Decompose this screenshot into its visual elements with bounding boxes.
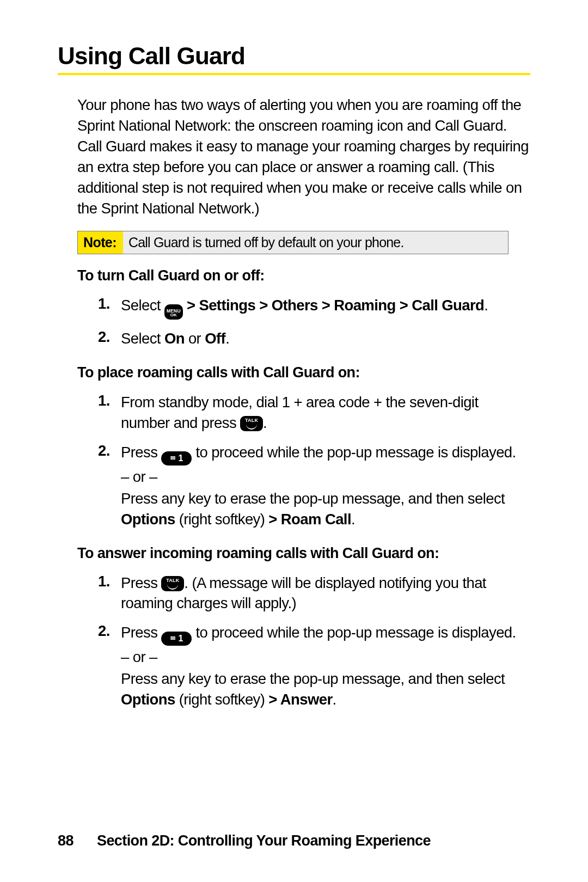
menu-path: > Settings > Others > Roaming > Call Gua… (183, 297, 484, 314)
menu-ok-key-icon: MENU OK (164, 304, 183, 320)
menu-path: > Answer (268, 691, 332, 708)
text: Press (121, 444, 161, 461)
step-number: 1. (98, 392, 121, 409)
one-key-icon: ✉ 1 (161, 451, 192, 465)
subhead-place-roaming: To place roaming calls with Call Guard o… (77, 364, 530, 381)
text: (right softkey) (175, 691, 269, 708)
steps-answer-roaming: 1. Press TALK . (A message will be displ… (58, 573, 530, 710)
menu-path: > Roam Call (268, 511, 351, 528)
smile-glyph (246, 423, 257, 430)
softkey-options: Options (121, 691, 175, 708)
talk-key-icon: TALK (240, 416, 263, 431)
step: 2. Press ✉ 1 to proceed while the pop-up… (58, 442, 530, 529)
step: 1. From standby mode, dial 1 + area code… (58, 392, 530, 433)
step-number: 2. (98, 328, 121, 346)
text: Press any key to erase the pop-up messag… (121, 670, 505, 687)
step-number: 2. (98, 622, 121, 640)
text: . (484, 297, 488, 314)
note-box: Note: Call Guard is turned off by defaul… (77, 231, 509, 254)
step: 1. Press TALK . (A message will be displ… (58, 573, 530, 614)
step-body: Select On or Off. (121, 328, 229, 349)
text: . (333, 691, 336, 708)
talk-key-icon: TALK (161, 576, 184, 591)
digit-glyph: 1 (178, 454, 182, 463)
page-footer: 88 Section 2D: Controlling Your Roaming … (58, 832, 431, 849)
note-label: Note: (78, 231, 123, 254)
softkey-options: Options (121, 511, 175, 528)
text: to proceed while the pop-up message is d… (192, 444, 516, 461)
step: 2. Select On or Off. (58, 328, 530, 349)
option-off: Off (205, 330, 225, 347)
intro-paragraph: Your phone has two ways of alerting you … (58, 95, 530, 219)
manual-page: Using Call Guard Your phone has two ways… (0, 0, 588, 882)
envelope-glyph: ✉ (170, 635, 175, 641)
title-underline (58, 73, 530, 75)
text: From standby mode, dial 1 + area code + … (121, 394, 478, 431)
text: Press (121, 574, 161, 591)
step-body: Press ✉ 1 to proceed while the pop-up me… (121, 622, 530, 709)
or-separator: – or – (121, 647, 530, 667)
text: Select (121, 330, 164, 347)
subhead-turn-on-off: To turn Call Guard on or off: (77, 267, 530, 284)
steps-place-roaming: 1. From standby mode, dial 1 + area code… (58, 392, 530, 529)
page-title: Using Call Guard (58, 42, 530, 70)
text: . (351, 511, 355, 528)
page-number: 88 (58, 832, 79, 849)
text: or (185, 330, 205, 347)
subhead-answer-roaming: To answer incoming roaming calls with Ca… (77, 545, 530, 562)
text: . (263, 414, 267, 431)
option-on: On (164, 330, 185, 347)
note-body: Call Guard is turned off by default on y… (123, 231, 508, 254)
step-number: 1. (98, 573, 121, 590)
step-body: Press ✉ 1 to proceed while the pop-up me… (121, 442, 530, 529)
text: to proceed while the pop-up message is d… (192, 624, 516, 641)
text: Press (121, 624, 161, 641)
digit-glyph: 1 (178, 634, 182, 643)
smile-glyph (167, 583, 178, 590)
footer-section-title: Section 2D: Controlling Your Roaming Exp… (97, 832, 431, 849)
text: . (225, 330, 229, 347)
text: Press any key to erase the pop-up messag… (121, 490, 505, 507)
text: Select (121, 297, 164, 314)
step-body: Press TALK . (A message will be displaye… (121, 573, 530, 614)
one-key-icon: ✉ 1 (161, 632, 192, 646)
or-separator: – or – (121, 467, 530, 487)
step-number: 1. (98, 295, 121, 313)
icon-label-bottom: OK (170, 313, 177, 317)
step-body: From standby mode, dial 1 + area code + … (121, 392, 530, 433)
step: 2. Press ✉ 1 to proceed while the pop-up… (58, 622, 530, 709)
step-number: 2. (98, 442, 121, 460)
steps-turn-on-off: 1. Select MENU OK > Settings > Others > … (58, 295, 530, 350)
envelope-glyph: ✉ (170, 455, 175, 461)
step-body: Select MENU OK > Settings > Others > Roa… (121, 295, 488, 320)
text: (right softkey) (175, 511, 269, 528)
step: 1. Select MENU OK > Settings > Others > … (58, 295, 530, 320)
